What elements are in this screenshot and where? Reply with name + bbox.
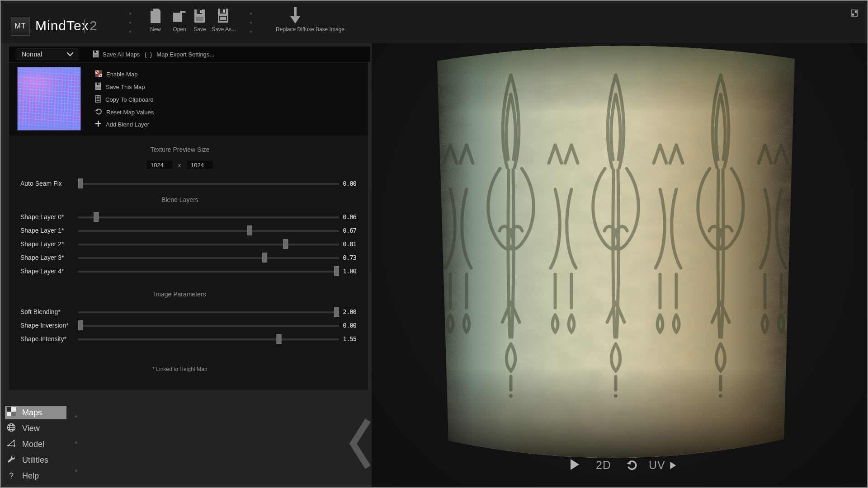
shape-layer-0-slider[interactable] xyxy=(78,216,339,218)
save-as-floppy-icon xyxy=(217,8,229,25)
blend-layers-heading: Blend Layers xyxy=(9,196,351,203)
soft-blending-label: Soft Blending* xyxy=(20,308,61,315)
play-animation-button[interactable] xyxy=(570,459,580,470)
save-as-button-label: Save As... xyxy=(208,26,240,33)
slider-thumb[interactable] xyxy=(78,320,83,330)
sidebar-item-maps[interactable]: Maps xyxy=(5,406,66,419)
slider-thumb[interactable] xyxy=(283,239,288,249)
soft-blending-value: 2.00 xyxy=(324,308,356,315)
shape-layer-2-value: 0.81 xyxy=(324,240,356,248)
model-wireframe-icon xyxy=(7,439,16,450)
nav-dot xyxy=(75,441,77,444)
sidebar-item-label: Help xyxy=(22,471,39,481)
collapse-panel-button[interactable] xyxy=(347,418,373,469)
shape-layer-3-label: Shape Layer 3* xyxy=(20,254,64,261)
save-all-maps-label: Save All Maps xyxy=(103,51,140,58)
map-type-dropdown[interactable]: Normal xyxy=(17,48,78,60)
shape-inversion-slider[interactable] xyxy=(78,324,339,327)
save-as-button[interactable] xyxy=(217,8,229,25)
plus-icon xyxy=(95,120,102,128)
new-document-icon xyxy=(150,8,161,25)
shape-layer-3-row: Shape Layer 3* 0.73 xyxy=(9,252,370,263)
toolbar-separator-dots xyxy=(250,13,252,33)
shape-layer-0-value: 0.06 xyxy=(324,213,356,221)
replace-diffuse-button[interactable] xyxy=(289,6,301,27)
image-parameters-heading: Image Parameters xyxy=(9,291,351,298)
shape-layer-1-slider[interactable] xyxy=(78,230,339,232)
sidebar-item-view[interactable]: View xyxy=(5,422,66,435)
shape-inversion-value: 0.00 xyxy=(324,322,356,329)
normal-map-thumbnail[interactable] xyxy=(17,67,81,131)
clipboard-icon xyxy=(95,95,101,104)
sidebar-item-label: View xyxy=(22,424,40,433)
app-version: 2 xyxy=(90,18,97,33)
add-blend-layer-label: Add Blend Layer xyxy=(106,121,149,128)
stone-cylinder-model xyxy=(372,43,867,487)
shape-layer-4-label: Shape Layer 4* xyxy=(20,267,64,275)
shape-intensity-slider[interactable] xyxy=(78,338,339,340)
panel-scrollbar[interactable] xyxy=(368,62,370,390)
map-export-settings-button[interactable]: { } Map Export Settings... xyxy=(145,47,214,62)
shape-layer-2-slider[interactable] xyxy=(78,243,339,245)
expand-icon[interactable] xyxy=(850,9,859,17)
sidebar-item-model[interactable]: Model xyxy=(5,437,66,451)
enable-map-button[interactable]: Enable Map xyxy=(95,70,137,79)
enable-map-checker-icon xyxy=(95,70,102,79)
shape-intensity-value: 1.55 xyxy=(324,335,356,343)
reset-map-values-button[interactable]: Reset Map Values xyxy=(95,108,154,117)
maps-checker-icon xyxy=(7,407,16,418)
sidebar-item-utilities[interactable]: Utilities xyxy=(5,453,66,467)
mode-2d-button[interactable]: 2D xyxy=(596,459,611,472)
question-icon: ? xyxy=(7,471,16,481)
save-this-map-label: Save This Map xyxy=(106,84,145,90)
globe-icon xyxy=(7,423,16,434)
soft-blending-row: Soft Blending* 2.00 xyxy=(9,306,370,317)
open-button[interactable] xyxy=(173,10,186,24)
save-floppy-icon xyxy=(95,82,102,91)
slider-thumb[interactable] xyxy=(247,225,252,235)
add-blend-layer-button[interactable]: Add Blend Layer xyxy=(95,120,149,129)
top-bar: MT MindTex 2 New Open Save xyxy=(0,0,868,43)
copy-to-clipboard-button[interactable]: Copy To Clipboard xyxy=(95,95,154,104)
app-logo: MT xyxy=(11,17,30,36)
collapse-chevron-icon xyxy=(347,418,373,469)
play-icon xyxy=(570,459,580,470)
shape-layer-1-value: 0.67 xyxy=(324,227,356,234)
auto-seam-fix-slider[interactable] xyxy=(78,183,339,185)
title-divider xyxy=(84,19,85,33)
reset-rotation-button[interactable] xyxy=(626,460,638,471)
sidebar-item-help[interactable]: ? Help xyxy=(5,469,66,483)
preview-width-value: 1024 xyxy=(151,162,164,169)
shape-layer-1-label: Shape Layer 1* xyxy=(20,227,64,234)
map-type-selected: Normal xyxy=(22,51,42,58)
soft-blending-slider[interactable] xyxy=(78,311,339,313)
save-this-map-button[interactable]: Save This Map xyxy=(95,82,145,91)
shape-layer-3-slider[interactable] xyxy=(78,257,339,259)
slider-thumb[interactable] xyxy=(263,253,268,263)
3d-preview-viewport[interactable]: 2D UV xyxy=(372,43,867,487)
nav-dot xyxy=(75,415,77,418)
open-folder-icon xyxy=(173,10,186,24)
shape-layer-0-row: Shape Layer 0* 0.06 xyxy=(9,211,370,222)
save-button[interactable] xyxy=(194,9,205,24)
shape-layer-2-label: Shape Layer 2* xyxy=(20,240,64,248)
download-arrow-icon xyxy=(289,6,301,27)
braces-icon: { } xyxy=(145,51,153,58)
chevron-down-icon xyxy=(67,50,73,58)
shape-layer-4-row: Shape Layer 4* 1.00 xyxy=(9,266,370,277)
rotate-ccw-icon xyxy=(626,460,638,471)
save-all-maps-button[interactable]: Save All Maps xyxy=(93,47,140,62)
preview-width-input[interactable]: 1024 xyxy=(146,160,173,170)
preview-height-input[interactable]: 1024 xyxy=(186,160,213,170)
shape-layer-4-slider[interactable] xyxy=(78,270,339,272)
map-export-settings-label: Map Export Settings... xyxy=(156,51,214,58)
slider-thumb[interactable] xyxy=(78,178,83,188)
uv-view-button[interactable]: UV xyxy=(649,459,676,472)
shape-layer-2-row: Shape Layer 2* 0.81 xyxy=(9,239,370,249)
save-floppy-icon xyxy=(93,50,99,59)
slider-thumb[interactable] xyxy=(277,334,282,344)
slider-thumb[interactable] xyxy=(94,212,99,222)
toolbar-separator-dots xyxy=(129,13,131,33)
new-button[interactable] xyxy=(150,8,161,25)
shape-intensity-row: Shape Intensity* 1.55 xyxy=(9,333,370,344)
